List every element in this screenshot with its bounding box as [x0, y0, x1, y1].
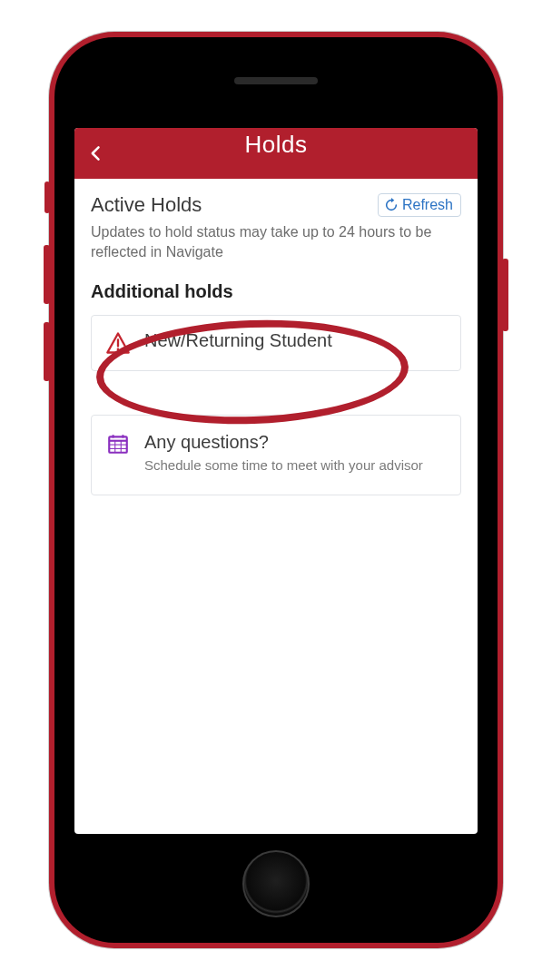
- home-button[interactable]: [242, 850, 310, 917]
- questions-card[interactable]: Any questions? Schedule some time to mee…: [91, 415, 461, 495]
- hold-item-label: New/Returning Student: [144, 330, 332, 351]
- phone-speaker: [234, 77, 318, 84]
- questions-text: Any questions? Schedule some time to mee…: [144, 432, 423, 475]
- calendar-icon-box: [104, 432, 132, 456]
- volume-down-button: [44, 322, 50, 381]
- power-button: [502, 259, 508, 331]
- warning-triangle-icon: [105, 330, 131, 356]
- active-holds-helper: Updates to hold status may take up to 24…: [91, 222, 461, 261]
- hold-item-new-returning[interactable]: New/Returning Student: [91, 315, 461, 371]
- additional-holds-heading: Additional holds: [91, 281, 461, 302]
- content-area: Active Holds Refresh Updates to hold sta…: [74, 179, 478, 510]
- svg-marker-0: [391, 198, 394, 202]
- refresh-icon: [384, 198, 399, 212]
- page-title: Holds: [245, 131, 308, 159]
- warning-icon-box: [104, 330, 132, 356]
- refresh-label: Refresh: [402, 197, 453, 213]
- questions-title: Any questions?: [144, 432, 423, 453]
- chevron-left-icon: [87, 144, 105, 162]
- app-header: Holds: [74, 128, 478, 179]
- hold-item-text: New/Returning Student: [144, 330, 332, 351]
- active-holds-title: Active Holds: [91, 193, 202, 217]
- back-button[interactable]: [85, 142, 107, 164]
- volume-up-button: [44, 245, 50, 304]
- calendar-icon: [106, 432, 130, 456]
- phone-bezel: Holds Active Holds Refresh Updates to ho…: [54, 37, 498, 943]
- active-holds-row: Active Holds Refresh: [91, 193, 461, 217]
- questions-subtitle: Schedule some time to meet with your adv…: [144, 456, 423, 475]
- phone-screen: Holds Active Holds Refresh Updates to ho…: [74, 128, 478, 834]
- mute-switch: [44, 181, 50, 213]
- svg-point-2: [117, 348, 120, 351]
- refresh-button[interactable]: Refresh: [378, 193, 461, 217]
- phone-frame: Holds Active Holds Refresh Updates to ho…: [49, 32, 503, 948]
